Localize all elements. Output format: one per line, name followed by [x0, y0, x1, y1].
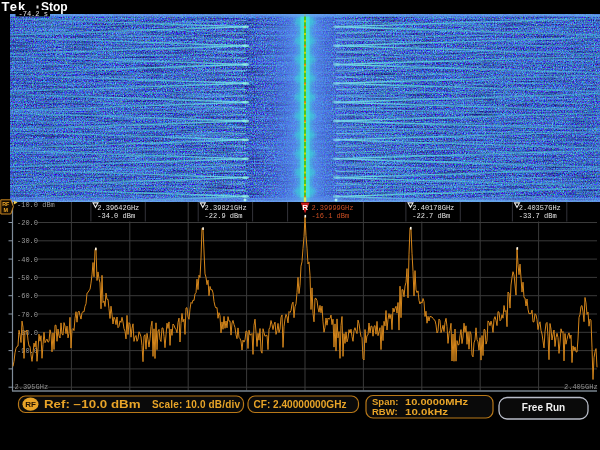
svg-text:-90.0: -90.0	[17, 347, 38, 355]
svg-text:-22.7 dBm: -22.7 dBm	[412, 212, 450, 220]
svg-text:2.405GHz: 2.405GHz	[564, 383, 598, 391]
svg-text:-70.0: -70.0	[17, 311, 38, 319]
svg-text:-60.0: -60.0	[17, 292, 38, 300]
svg-text:Ref: −10.0 dBm: Ref: −10.0 dBm	[44, 399, 141, 410]
svg-text:-16.1 dBm: -16.1 dBm	[311, 212, 349, 220]
svg-text:R: R	[302, 203, 308, 212]
svg-text:CF: 2.40000000GHz: CF: 2.40000000GHz	[254, 399, 347, 410]
svg-text:M: M	[3, 207, 8, 213]
svg-text:RF: RF	[25, 400, 36, 409]
svg-text:-22.9 dBm: -22.9 dBm	[205, 212, 243, 220]
svg-text:-30.0: -30.0	[17, 237, 38, 245]
svg-text:-10.0 dBm: -10.0 dBm	[17, 201, 55, 209]
svg-text:-34.0 dBm: -34.0 dBm	[97, 212, 135, 220]
svg-text:-20.0: -20.0	[17, 219, 38, 227]
svg-text:-74.2 s: -74.2 s	[19, 10, 48, 18]
svg-text:Free Run: Free Run	[522, 402, 565, 413]
svg-text:10.0kHz: 10.0kHz	[405, 406, 448, 417]
svg-text:-50.0: -50.0	[17, 274, 38, 282]
svg-text:2.395GHz: 2.395GHz	[15, 383, 49, 391]
svg-text:-33.7 dBm: -33.7 dBm	[519, 212, 557, 220]
svg-text:RF: RF	[2, 201, 10, 207]
svg-text:Scale: 10.0 dB/div: Scale: 10.0 dB/div	[152, 399, 240, 410]
svg-text:RBW:: RBW:	[372, 406, 398, 417]
svg-text:-40.0: -40.0	[17, 256, 38, 264]
